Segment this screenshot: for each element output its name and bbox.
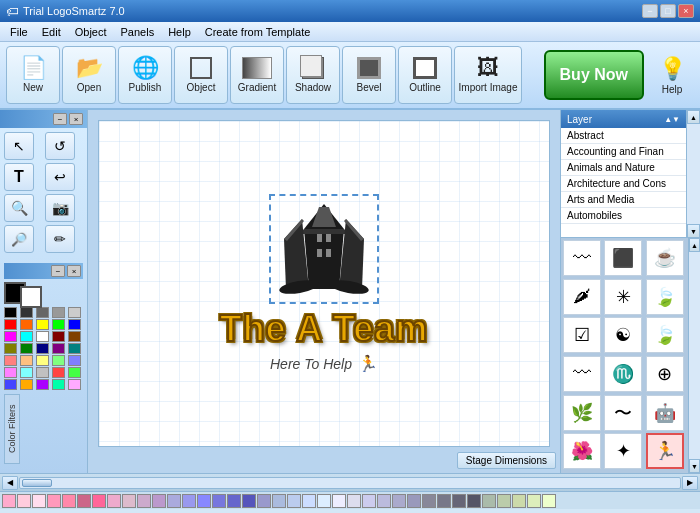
icon-cell[interactable]: 🌿 [563,395,601,431]
color-cell[interactable] [36,319,49,330]
help-button[interactable]: 💡 Help [650,46,694,104]
icon-cell[interactable]: ☑ [563,317,601,353]
canvas-area[interactable]: The A Team Here To Help 🏃 Stage Dimensio… [88,110,560,473]
icon-scroll-up[interactable]: ▲ [689,238,700,252]
menu-help[interactable]: Help [162,24,197,40]
icon-cell[interactable]: ✳ [604,279,642,315]
swatch[interactable] [257,494,271,508]
color-cell[interactable] [20,355,33,366]
publish-button[interactable]: 🌐 Publish [118,46,172,104]
swatch[interactable] [392,494,406,508]
swatch[interactable] [167,494,181,508]
color-cell[interactable] [20,379,33,390]
swatch[interactable] [317,494,331,508]
scroll-up-btn[interactable]: ▲ [687,110,700,124]
color-cell[interactable] [68,319,81,330]
color-cell[interactable] [4,355,17,366]
lt-minimize-btn[interactable]: − [53,113,67,125]
menu-edit[interactable]: Edit [36,24,67,40]
zoom-out-tool[interactable]: 🔎 [4,225,34,253]
icon-cell[interactable]: ☕ [646,240,684,276]
color-cell[interactable] [20,331,33,342]
color-cell[interactable] [4,379,17,390]
color-cell[interactable] [68,307,81,318]
icon-cell[interactable]: ✦ [604,433,642,469]
icon-cell[interactable]: 〜 [604,395,642,431]
swatch[interactable] [452,494,466,508]
icon-cell[interactable]: ♏ [604,356,642,392]
swatch[interactable] [107,494,121,508]
new-button[interactable]: 📄 New [6,46,60,104]
layer-item[interactable]: Accounting and Finan [561,144,686,160]
color-cell[interactable] [4,319,17,330]
minimize-button[interactable]: − [642,4,658,18]
icon-scrollbar[interactable]: ▲ ▼ [688,238,700,473]
menu-file[interactable]: File [4,24,34,40]
menu-panels[interactable]: Panels [115,24,161,40]
swatch[interactable] [92,494,106,508]
color-cell[interactable] [52,355,65,366]
close-button[interactable]: × [678,4,694,18]
color-cell[interactable] [36,343,49,354]
scroll-right-btn[interactable]: ▶ [682,476,698,490]
layer-item[interactable]: Abstract [561,128,686,144]
object-button[interactable]: Object [174,46,228,104]
h-scroll-thumb[interactable] [22,479,52,487]
swatch[interactable] [62,494,76,508]
scroll-left-btn[interactable]: ◀ [2,476,18,490]
background-color[interactable] [20,286,42,308]
swatch[interactable] [332,494,346,508]
maximize-button[interactable]: □ [660,4,676,18]
shadow-button[interactable]: Shadow [286,46,340,104]
color-cell[interactable] [4,367,17,378]
swatch[interactable] [527,494,541,508]
swatch[interactable] [122,494,136,508]
icon-cell[interactable]: 〰 [563,356,601,392]
color-cell[interactable] [36,331,49,342]
swatch[interactable] [137,494,151,508]
color-cell[interactable] [20,343,33,354]
undo-tool[interactable]: ↩ [45,163,75,191]
swatch[interactable] [272,494,286,508]
swatch[interactable] [407,494,421,508]
icon-cell[interactable]: 🤖 [646,395,684,431]
swatch[interactable] [227,494,241,508]
icon-cell[interactable]: 🍃 [646,317,684,353]
color-cell[interactable] [36,355,49,366]
color-cell[interactable] [36,379,49,390]
swatch[interactable] [47,494,61,508]
gradient-button[interactable]: Gradient [230,46,284,104]
zoom-tool[interactable]: 🔍 [4,194,34,222]
icon-cell[interactable]: 🌺 [563,433,601,469]
color-cell[interactable] [4,307,17,318]
color-minimize-btn[interactable]: − [51,265,65,277]
color-cell[interactable] [68,355,81,366]
scroll-down-btn[interactable]: ▼ [687,224,700,238]
color-cell[interactable] [4,343,17,354]
swatch[interactable] [242,494,256,508]
pen-tool[interactable]: ✏ [45,225,75,253]
color-cell[interactable] [20,307,33,318]
color-cell[interactable] [52,343,65,354]
select-tool[interactable]: ↖ [4,132,34,160]
layer-item[interactable]: Arts and Media [561,192,686,208]
color-cell[interactable] [36,367,49,378]
buy-now-button[interactable]: Buy Now [544,50,644,100]
color-cell[interactable] [20,367,33,378]
icon-cell[interactable]: ☯ [604,317,642,353]
h-scroll-track[interactable] [19,477,681,489]
color-cell[interactable] [52,307,65,318]
color-cell[interactable] [52,319,65,330]
color-cell[interactable] [36,307,49,318]
stage-dimensions-button[interactable]: Stage Dimensions [457,452,556,469]
swatch[interactable] [362,494,376,508]
menu-create-template[interactable]: Create from Template [199,24,317,40]
color-cell[interactable] [52,367,65,378]
icon-cell[interactable]: 🍃 [646,279,684,315]
camera-tool[interactable]: 📷 [45,194,75,222]
swatch[interactable] [302,494,316,508]
swatch[interactable] [347,494,361,508]
swatch[interactable] [152,494,166,508]
color-cell[interactable] [68,331,81,342]
open-button[interactable]: 📂 Open [62,46,116,104]
